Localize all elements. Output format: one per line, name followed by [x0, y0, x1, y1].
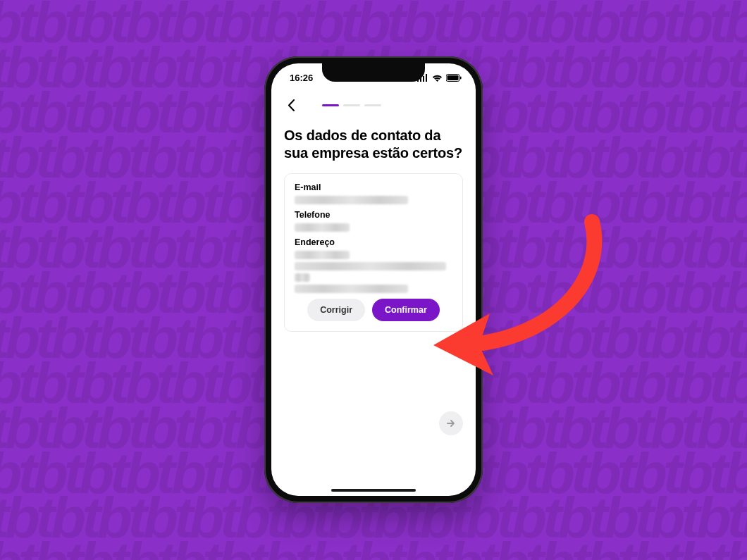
phone-screen: 16:26 [271, 63, 476, 496]
progress-segment [364, 104, 381, 106]
app-content: Os dados de contato da sua empresa estão… [271, 92, 476, 496]
address-value-redacted [295, 262, 446, 270]
status-indicators [417, 74, 462, 82]
address-value-redacted [295, 273, 310, 282]
chevron-left-icon [288, 99, 295, 111]
address-label: Endereço [295, 237, 452, 247]
svg-rect-2 [460, 76, 462, 79]
wifi-icon [432, 74, 443, 82]
progress-segment [343, 104, 360, 106]
email-label: E-mail [295, 182, 452, 192]
phone-value-redacted [295, 223, 350, 232]
progress-segment [322, 104, 339, 106]
phone-mockup: 16:26 [264, 56, 483, 503]
svg-rect-1 [447, 75, 459, 80]
address-value-redacted [295, 285, 408, 293]
arrow-right-icon [446, 418, 456, 428]
phone-label: Telefone [295, 210, 452, 220]
address-value-redacted [295, 251, 350, 259]
back-button[interactable] [284, 98, 298, 112]
confirm-button[interactable]: Confirmar [372, 299, 440, 321]
phone-notch [322, 63, 425, 82]
correct-button[interactable]: Corrigir [307, 299, 365, 321]
status-time: 16:26 [290, 73, 313, 83]
email-value-redacted [295, 196, 408, 204]
progress-indicator [322, 104, 381, 106]
home-indicator [331, 489, 416, 492]
battery-icon [446, 74, 462, 82]
page-title: Os dados de contato da sua empresa estão… [284, 127, 463, 162]
contact-data-card: E-mail Telefone Endereço Corrigir Confir… [284, 173, 463, 332]
next-fab-button[interactable] [439, 411, 463, 435]
